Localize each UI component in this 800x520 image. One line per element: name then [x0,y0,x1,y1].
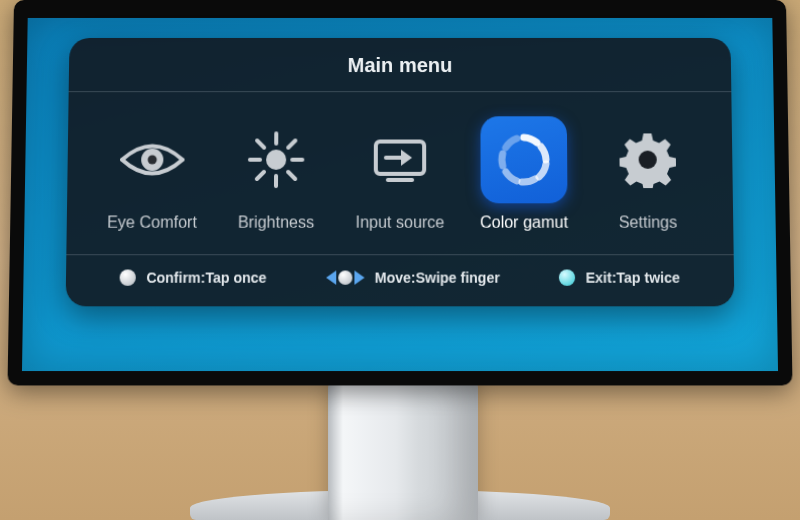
hint-label: Exit:Tap twice [586,269,680,285]
hint-label: Move:Swipe finger [375,269,500,285]
input-source-icon [357,116,444,203]
hint-label: Confirm:Tap once [146,269,266,285]
menu-label: Eye Comfort [107,213,197,231]
gear-icon [604,116,692,203]
color-gamut-icon [480,116,567,203]
svg-line-7 [257,141,264,148]
monitor-screen: Main menu Eye Comfort [7,0,792,385]
hint-row: Confirm:Tap once Move:Swipe finger Exit:… [90,255,710,286]
hint-confirm: Confirm:Tap once [120,269,267,285]
menu-item-eye-comfort[interactable]: Eye Comfort [95,116,210,231]
svg-line-10 [257,172,264,179]
tap-twice-icon [559,269,575,285]
osd-title: Main menu [93,54,707,91]
osd-panel: Main menu Eye Comfort [66,38,735,306]
menu-label: Brightness [238,213,314,231]
menu-row: Eye Comfort [91,92,710,254]
svg-line-8 [288,172,295,179]
menu-label: Color gamut [480,213,568,231]
menu-item-color-gamut[interactable]: Color gamut [467,116,581,231]
menu-label: Input source [356,213,445,231]
hint-move: Move:Swipe finger [326,269,500,285]
swipe-icon [326,271,364,285]
monitor-stand-neck [328,380,478,520]
hint-exit: Exit:Tap twice [559,269,680,285]
brightness-icon [233,116,320,203]
menu-label: Settings [619,213,678,231]
menu-item-input-source[interactable]: Input source [343,116,457,231]
eye-icon [109,116,197,203]
svg-line-9 [288,141,295,148]
menu-item-settings[interactable]: Settings [590,116,705,231]
svg-point-2 [266,150,286,170]
menu-item-brightness[interactable]: Brightness [219,116,333,231]
tap-once-icon [120,269,136,285]
